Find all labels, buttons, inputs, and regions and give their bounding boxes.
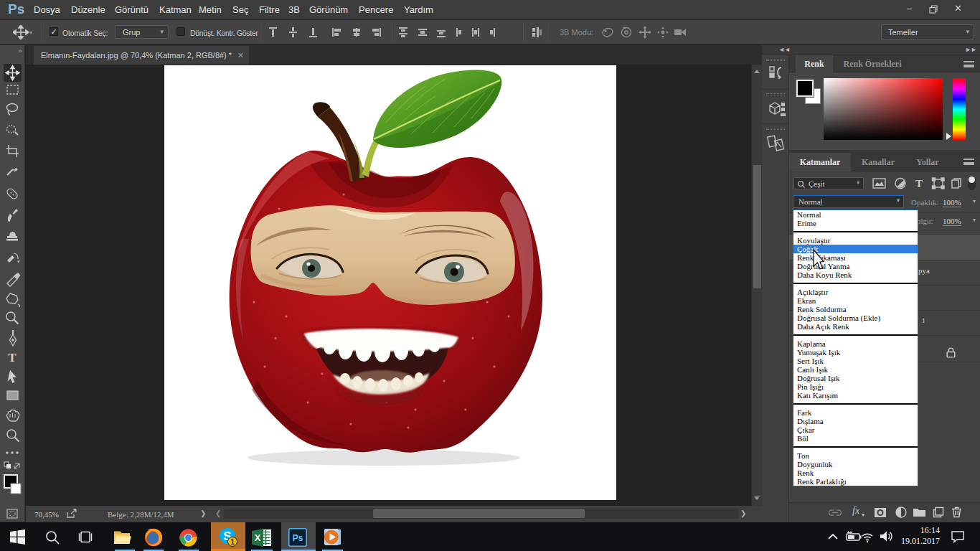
svg-text:Ps: Ps xyxy=(293,533,303,543)
svg-text:»: » xyxy=(18,47,22,55)
svg-text:1: 1 xyxy=(230,538,235,546)
svg-text:X: X xyxy=(255,532,261,543)
svg-text:T: T xyxy=(915,178,923,189)
svg-text:T: T xyxy=(8,351,17,364)
